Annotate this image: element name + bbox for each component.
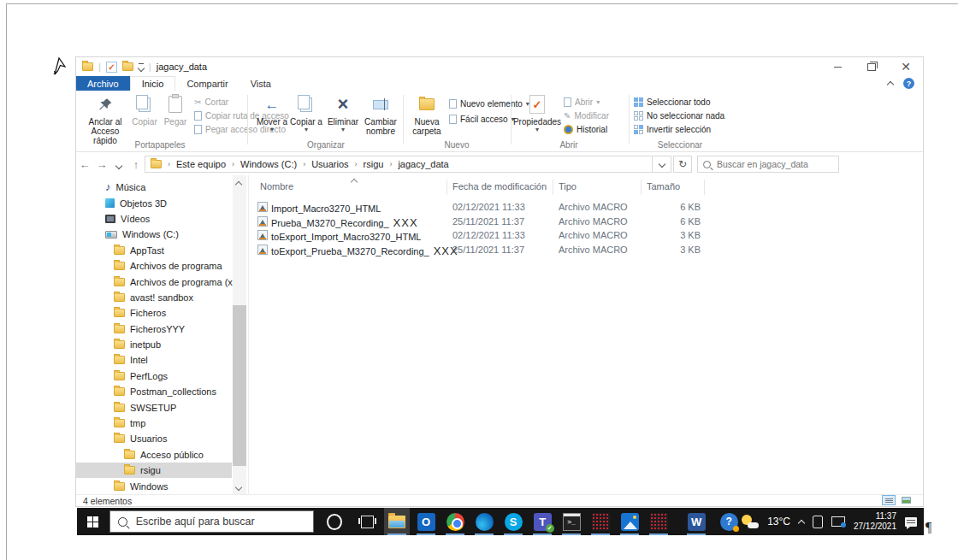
cortana-icon[interactable] xyxy=(327,514,341,530)
explorer-search-input[interactable] xyxy=(715,158,821,170)
taskbar-chrome[interactable] xyxy=(442,508,468,535)
pin-to-quick-access-button[interactable]: Anclar al Acceso rápido xyxy=(83,93,127,145)
sidebar-item-postman-collections[interactable]: Postman_collections xyxy=(76,384,232,399)
scroll-down-icon[interactable] xyxy=(236,481,241,492)
file-row[interactable]: Prueba_M3270_Recording_XXX 25/11/2021 11… xyxy=(253,215,923,229)
minimize-button[interactable] xyxy=(820,57,855,76)
sidebar-item-archivos-x86[interactable]: Archivos de programa (x86) xyxy=(76,274,232,289)
column-header-tipo[interactable]: Tipo xyxy=(559,181,577,192)
history-dropdown-icon[interactable] xyxy=(110,158,127,171)
taskbar-edge[interactable] xyxy=(471,508,497,535)
help-icon[interactable]: ? xyxy=(903,78,914,89)
move-to-button[interactable]: ← Mover a ▾ xyxy=(256,93,288,133)
temperature[interactable]: 13°C xyxy=(767,516,790,528)
breadcrumb-jagacy-data[interactable]: jagacy_data xyxy=(398,159,448,169)
thumbnails-view-button[interactable] xyxy=(899,495,913,505)
column-header-tamano[interactable]: Tamaño xyxy=(647,181,680,192)
taskbar-teams[interactable]: T✓ xyxy=(529,508,555,535)
sidebar-item-perflogs[interactable]: PerfLogs xyxy=(76,368,232,384)
file-row[interactable]: toExport_Prueba_M3270_Recording_XXX 25/1… xyxy=(253,243,923,257)
tray-device-icon[interactable] xyxy=(813,516,823,528)
paste-button[interactable]: Pegar xyxy=(160,93,191,127)
taskbar-app-unknown-1[interactable] xyxy=(588,508,613,535)
sidebar-item-ficheros[interactable]: Ficheros xyxy=(76,305,232,321)
copy-to-button[interactable]: Copiar a ▾ xyxy=(290,93,322,133)
tray-expand-icon[interactable] xyxy=(799,514,804,529)
taskbar-file-explorer[interactable] xyxy=(384,508,410,535)
sidebar-item-ficherosyyy[interactable]: FicherosYYY xyxy=(76,321,232,337)
new-folder-button[interactable]: Nueva carpeta xyxy=(408,93,446,136)
task-view-icon[interactable] xyxy=(361,516,374,528)
taskbar-outlook[interactable]: O xyxy=(413,508,439,535)
scroll-up-icon[interactable] xyxy=(236,179,241,189)
tab-compartir[interactable]: Compartir xyxy=(175,76,239,91)
sidebar-item-archivos-de-programa[interactable]: Archivos de programa xyxy=(76,258,232,274)
up-button[interactable]: ↑ xyxy=(127,158,145,171)
taskbar-help[interactable]: ? xyxy=(716,508,742,535)
qat-properties-button[interactable]: ✓ xyxy=(106,62,117,73)
sidebar-item-intel[interactable]: Intel xyxy=(76,352,232,368)
scrollbar-thumb[interactable] xyxy=(233,305,246,466)
taskbar-terminal[interactable]: >_ xyxy=(559,508,584,535)
tray-display-icon[interactable] xyxy=(831,516,845,527)
taskbar-search[interactable] xyxy=(109,510,314,533)
taskbar-skype[interactable]: S xyxy=(500,508,526,535)
taskbar-clock[interactable]: 11:37 27/12/2021 xyxy=(854,511,896,532)
sidebar-item-tmp[interactable]: tmp xyxy=(76,416,232,431)
column-header-fecha[interactable]: Fecha de modificación xyxy=(452,181,547,192)
weather-icon[interactable] xyxy=(742,515,759,528)
sidebar-item-usuarios[interactable]: Usuarios xyxy=(76,431,232,446)
easy-access-button[interactable]: Fácil acceso ▾ xyxy=(449,113,515,126)
sidebar-item-videos[interactable]: Vídeos xyxy=(76,211,232,227)
restore-button[interactable] xyxy=(855,57,889,76)
taskbar-word[interactable]: W xyxy=(683,508,709,535)
sidebar-item-acceso-publico[interactable]: Acceso público xyxy=(76,447,232,463)
action-center-icon[interactable] xyxy=(905,517,917,527)
copy-button[interactable]: Copiar xyxy=(129,93,160,127)
rename-button[interactable]: Cambiar nombre xyxy=(362,93,399,136)
select-none-button[interactable]: No seleccionar nada xyxy=(634,109,724,122)
tree-scrollbar[interactable] xyxy=(233,175,246,495)
select-all-button[interactable]: Seleccionar todo xyxy=(634,96,711,109)
details-view-button[interactable] xyxy=(882,495,896,505)
breadcrumb-este-equipo[interactable]: Este equipo xyxy=(176,159,226,169)
collapse-ribbon-icon[interactable] xyxy=(888,79,893,89)
taskbar-search-input[interactable] xyxy=(134,515,300,528)
file-row[interactable]: Import_Macro3270_HTML 02/12/2021 11:33 A… xyxy=(253,200,923,215)
sidebar-item-objetos-3d[interactable]: Objetos 3D xyxy=(76,195,232,210)
column-header-nombre[interactable]: Nombre xyxy=(260,181,293,192)
sidebar-item-apptast[interactable]: AppTast xyxy=(76,243,232,258)
breadcrumb-windows-c[interactable]: Windows (C:) xyxy=(240,159,297,169)
sidebar-item-windows[interactable]: Windows xyxy=(76,478,232,493)
edit-button[interactable]: ✎ Modificar xyxy=(564,109,609,122)
address-box[interactable]: › Este equipo › Windows (C:) › Usuarios … xyxy=(145,156,653,173)
invert-selection-button[interactable]: Invertir selección xyxy=(634,123,711,136)
breadcrumb-rsigu[interactable]: rsigu xyxy=(364,159,384,169)
cut-button[interactable]: ✂ Cortar xyxy=(194,96,228,109)
close-button[interactable]: ✕ xyxy=(889,57,923,76)
sidebar-item-rsigu[interactable]: rsigu xyxy=(76,463,232,478)
sidebar-item-inetpub[interactable]: inetpub xyxy=(76,337,232,352)
qat-customize-icon[interactable] xyxy=(139,63,144,71)
tab-archivo[interactable]: Archivo xyxy=(76,76,130,91)
sidebar-item-musica[interactable]: ♪Música xyxy=(76,180,232,195)
history-button[interactable]: Historial xyxy=(564,123,607,136)
sidebar-item-windows-c[interactable]: Windows (C:) xyxy=(76,227,232,242)
back-button[interactable]: ← xyxy=(76,158,93,171)
address-dropdown-icon[interactable] xyxy=(653,156,671,173)
sidebar-item-swsetup[interactable]: SWSETUP xyxy=(76,399,232,415)
forward-button[interactable]: → xyxy=(93,158,110,171)
file-row[interactable]: toExport_Import_Macro3270_HTML 02/12/202… xyxy=(253,228,923,243)
breadcrumb-usuarios[interactable]: Usuarios xyxy=(311,159,348,169)
taskbar-photos[interactable] xyxy=(617,508,642,535)
tab-vista[interactable]: Vista xyxy=(240,76,282,91)
open-button[interactable]: Abrir ▾ xyxy=(564,96,600,109)
start-button[interactable] xyxy=(77,508,109,535)
properties-button[interactable]: ✓ Propiedades ▾ xyxy=(516,93,559,133)
refresh-button[interactable]: ↻ xyxy=(673,156,692,173)
tab-inicio[interactable]: Inicio xyxy=(130,76,176,91)
sidebar-item-avast-sandbox[interactable]: avast! sandbox xyxy=(76,290,232,305)
taskbar-app-unknown-2[interactable] xyxy=(646,508,671,535)
delete-button[interactable]: × Eliminar ▾ xyxy=(326,93,360,133)
qat-new-folder-button[interactable] xyxy=(122,62,133,71)
